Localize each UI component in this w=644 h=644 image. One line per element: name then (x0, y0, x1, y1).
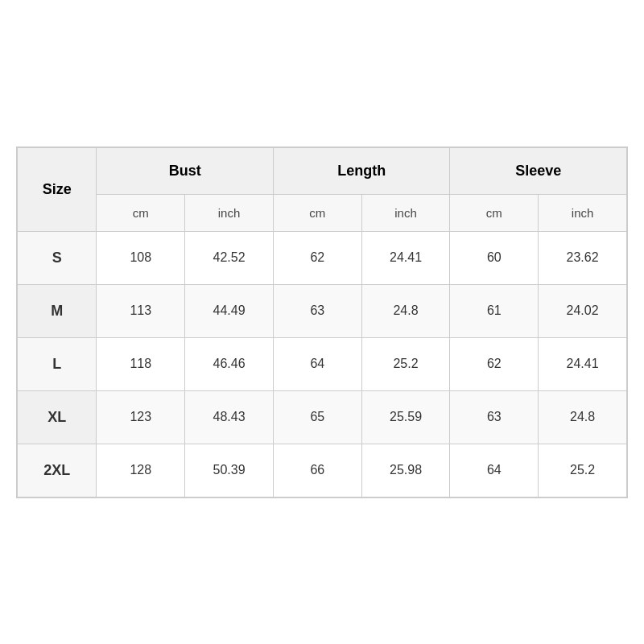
length-header: Length (273, 147, 450, 194)
bust-inch-cell: 46.46 (185, 337, 274, 390)
size-chart-container: Size Bust Length Sleeve cm inch cm inch … (16, 147, 628, 498)
size-cell: S (18, 231, 97, 284)
length-cm-cell: 64 (273, 337, 361, 390)
length-cm-header: cm (273, 194, 361, 231)
sleeve-cm-cell: 62 (450, 337, 539, 390)
length-inch-header: inch (361, 194, 450, 231)
sleeve-header: Sleeve (450, 147, 627, 194)
size-cell: L (18, 337, 97, 390)
sleeve-inch-cell: 24.8 (539, 390, 627, 444)
bust-cm-cell: 128 (97, 444, 185, 497)
bust-cm-cell: 123 (97, 390, 185, 444)
bust-cm-header: cm (97, 194, 185, 231)
length-inch-cell: 24.8 (361, 284, 450, 337)
length-inch-cell: 25.59 (361, 390, 450, 444)
length-cm-cell: 62 (273, 231, 361, 284)
bust-cm-cell: 108 (97, 231, 185, 284)
sleeve-inch-cell: 25.2 (539, 444, 627, 497)
bust-inch-cell: 44.49 (185, 284, 274, 337)
bust-cm-cell: 118 (97, 337, 185, 390)
length-cm-cell: 66 (273, 444, 361, 497)
sleeve-inch-cell: 24.41 (539, 337, 627, 390)
size-header: Size (18, 147, 97, 231)
size-cell: M (18, 284, 97, 337)
length-cm-cell: 65 (273, 390, 361, 444)
length-inch-cell: 25.2 (361, 337, 450, 390)
sleeve-cm-header: cm (450, 194, 539, 231)
size-chart-table: Size Bust Length Sleeve cm inch cm inch … (17, 147, 627, 497)
sleeve-cm-cell: 60 (450, 231, 539, 284)
size-cell: 2XL (18, 444, 97, 497)
length-cm-cell: 63 (273, 284, 361, 337)
table-row: 2XL12850.396625.986425.2 (18, 444, 627, 497)
sleeve-inch-cell: 24.02 (539, 284, 627, 337)
bust-cm-cell: 113 (97, 284, 185, 337)
bust-inch-cell: 48.43 (185, 390, 274, 444)
bust-inch-cell: 42.52 (185, 231, 274, 284)
main-header-row: Size Bust Length Sleeve (18, 147, 627, 194)
length-inch-cell: 25.98 (361, 444, 450, 497)
table-row: XL12348.436525.596324.8 (18, 390, 627, 444)
sleeve-cm-cell: 61 (450, 284, 539, 337)
bust-inch-cell: 50.39 (185, 444, 274, 497)
sleeve-cm-cell: 63 (450, 390, 539, 444)
size-cell: XL (18, 390, 97, 444)
sleeve-inch-cell: 23.62 (539, 231, 627, 284)
sleeve-cm-cell: 64 (450, 444, 539, 497)
table-row: S10842.526224.416023.62 (18, 231, 627, 284)
table-row: L11846.466425.26224.41 (18, 337, 627, 390)
table-row: M11344.496324.86124.02 (18, 284, 627, 337)
sub-header-row: cm inch cm inch cm inch (18, 194, 627, 231)
bust-inch-header: inch (185, 194, 274, 231)
sleeve-inch-header: inch (539, 194, 627, 231)
length-inch-cell: 24.41 (361, 231, 450, 284)
bust-header: Bust (97, 147, 274, 194)
